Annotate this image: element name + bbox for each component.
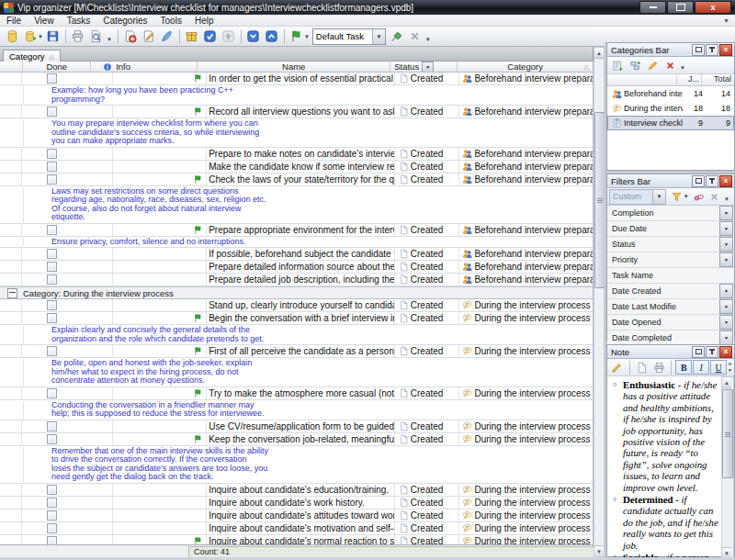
note-row[interactable]: You may prepare interview checklist form…: [0, 118, 593, 148]
menu-file[interactable]: File: [0, 16, 28, 26]
scroll-thumb[interactable]: [722, 389, 733, 478]
collapse-icon[interactable]: [7, 288, 17, 298]
new-subcategory-button[interactable]: [627, 58, 643, 73]
done-checkbox[interactable]: [47, 249, 57, 259]
task-row[interactable]: Stand up, clearly introduce yourself to …: [0, 299, 593, 312]
italic-button[interactable]: I: [693, 360, 709, 375]
done-checkbox[interactable]: [47, 388, 57, 398]
note-row[interactable]: Conducting the conversation in a friendl…: [0, 400, 593, 420]
filter-dropdown-icon[interactable]: ▼: [719, 284, 733, 298]
task-row[interactable]: Inquire about candidate's normal reactio…: [0, 535, 593, 545]
task-row[interactable]: Try to make the atmosphere more casual (…: [0, 387, 593, 400]
note-content[interactable]: ○Enthusiastic - if he/she has a positive…: [607, 376, 721, 557]
done-checkbox[interactable]: [47, 174, 57, 185]
note-row[interactable]: Be polite, open and honest with the job-…: [0, 358, 593, 387]
task-row[interactable]: Prepare to make notes on candidate's int…: [0, 148, 593, 161]
toolbar-overflow-icon[interactable]: ▼: [424, 31, 434, 42]
open-database-button[interactable]: [21, 28, 40, 45]
column-header-name[interactable]: Name: [198, 62, 390, 72]
categories-col-j[interactable]: J...: [677, 74, 702, 85]
print-note-button[interactable]: [651, 360, 668, 375]
task-type-combobox[interactable]: Default Task▼: [312, 28, 386, 45]
menu-view[interactable]: View: [28, 16, 61, 26]
combo-dropdown-icon[interactable]: ▼: [652, 190, 665, 204]
note-row[interactable]: Laws may set restrictions on some direct…: [0, 186, 593, 224]
done-checkbox[interactable]: [47, 421, 57, 431]
filter-dropdown-icon[interactable]: ▼: [719, 252, 733, 267]
category-list-item[interactable]: Beforehand interview pr1414: [607, 86, 734, 101]
underline-button[interactable]: U: [710, 360, 727, 375]
done-checkbox[interactable]: [47, 274, 57, 285]
filter-dropdown-icon[interactable]: ▼: [719, 221, 733, 236]
task-row[interactable]: If possible, beforehand subject the cand…: [0, 248, 593, 261]
done-checkbox[interactable]: [47, 510, 57, 521]
task-row[interactable]: Prepare detailed information source abou…: [0, 261, 593, 274]
close-panel-icon[interactable]: x: [719, 346, 732, 358]
task-row[interactable]: Record all interview questions you want …: [0, 106, 593, 118]
save-database-button[interactable]: [44, 28, 62, 45]
task-notes-button[interactable]: [158, 28, 176, 45]
restore-panel-icon[interactable]: [692, 175, 705, 187]
task-row[interactable]: Keep the conversation job-related, meani…: [0, 433, 593, 446]
note-row[interactable]: Example: how long you have been practici…: [0, 85, 593, 106]
complete-task-button[interactable]: [201, 28, 220, 45]
delete-category-button[interactable]: [662, 58, 678, 73]
edit-task-button[interactable]: [140, 28, 158, 45]
category-list-item[interactable]: Interview checklist exam99: [607, 116, 734, 130]
done-checkbox[interactable]: [47, 225, 57, 235]
new-task-button[interactable]: [121, 28, 140, 45]
done-checkbox[interactable]: [47, 162, 57, 172]
clear-filter-button[interactable]: [691, 189, 707, 204]
toolbar-overflow-icon[interactable]: ▼: [723, 191, 732, 202]
menu-overflow-icon[interactable]: ▼: [723, 17, 729, 24]
maximize-button[interactable]: [667, 1, 694, 14]
menu-categories[interactable]: Categories: [96, 16, 153, 26]
done-checkbox[interactable]: [47, 300, 57, 310]
dropdown-icon[interactable]: ▼: [684, 194, 689, 199]
filter-dropdown-icon[interactable]: ▼: [719, 237, 733, 252]
assign-task-button[interactable]: [388, 28, 406, 45]
close-panel-icon[interactable]: x: [719, 175, 732, 187]
scroll-up-icon[interactable]: ▲: [722, 377, 731, 388]
group-row[interactable]: Category: During the interview process: [0, 286, 593, 299]
edit-category-button[interactable]: [644, 58, 661, 73]
new-category-button[interactable]: [609, 58, 626, 73]
task-row[interactable]: Inquire about candidate's motivation and…: [0, 522, 593, 535]
categories-col-total[interactable]: Total: [702, 74, 734, 85]
delete-filter-button[interactable]: [707, 189, 722, 204]
scroll-down-icon[interactable]: ▼: [722, 547, 731, 557]
new-database-button[interactable]: [3, 28, 21, 45]
delete-task-button[interactable]: [406, 28, 424, 45]
filter-dropdown-icon[interactable]: ▼: [719, 315, 733, 330]
done-checkbox[interactable]: [47, 498, 57, 508]
done-checkbox[interactable]: [47, 313, 57, 323]
main-vertical-scrollbar[interactable]: ▲ ▼: [594, 47, 605, 557]
minimize-button[interactable]: [639, 1, 666, 14]
task-row[interactable]: Prepare appropriate environment for the …: [0, 224, 593, 237]
dropdown-icon[interactable]: ▼: [38, 34, 43, 39]
category-list-item[interactable]: During the interview pro1818: [607, 101, 734, 116]
note-row[interactable]: Remember that one of the main interview …: [0, 446, 593, 484]
apply-filter-button[interactable]: [669, 189, 684, 204]
menu-help[interactable]: Help: [188, 16, 220, 26]
done-checkbox[interactable]: [47, 106, 57, 117]
task-row[interactable]: Use CV/resume/application form to be gui…: [0, 420, 593, 433]
task-row[interactable]: First of all perceive the candidate as a…: [0, 345, 593, 358]
filter-dropdown-icon[interactable]: ▼: [719, 206, 733, 220]
scroll-down-icon[interactable]: ▼: [594, 545, 604, 556]
edit-note-button[interactable]: [609, 360, 626, 375]
flag-task-button[interactable]: [288, 28, 306, 45]
done-checkbox[interactable]: [47, 485, 57, 495]
pin-panel-icon[interactable]: [706, 175, 718, 187]
scroll-up-icon[interactable]: ▲: [594, 48, 604, 59]
filter-dropdown-icon[interactable]: ▼: [719, 299, 733, 314]
close-button[interactable]: x: [695, 1, 731, 14]
bold-button[interactable]: B: [675, 360, 692, 375]
pin-panel-icon[interactable]: [706, 346, 718, 358]
done-checkbox[interactable]: [47, 149, 57, 159]
move-task-down-button[interactable]: [244, 28, 263, 45]
filter-preset-combobox[interactable]: Custom ▼: [609, 189, 666, 205]
print-preview-button[interactable]: [87, 28, 106, 45]
menu-tasks[interactable]: Tasks: [61, 16, 97, 26]
task-row[interactable]: Begin the conversation with a brief inte…: [0, 312, 593, 325]
